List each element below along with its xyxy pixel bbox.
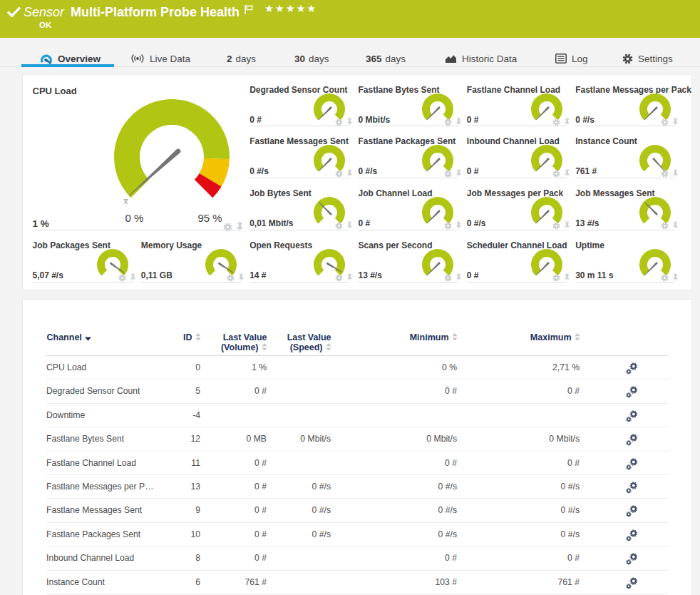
gauge-cell-job-messages-per-pack: Job Messages per Pack 0 #/s: [467, 178, 575, 230]
channel-row-downtime[interactable]: Downtime-4: [46, 404, 668, 427]
channel-row-fastlane-messages-sent[interactable]: Fastlane Messages Sent90 #0 #/s0 #/s0 #/…: [46, 499, 668, 522]
cell-max: 0 #/s: [46, 499, 580, 522]
gauge-value: 761 #: [575, 166, 597, 176]
status-check-icon: [6, 6, 21, 20]
flag-icon[interactable]: [244, 4, 254, 18]
gauge-pin-icon[interactable]: [564, 272, 570, 285]
channel-row-fastlane-bytes-sent[interactable]: Fastlane Bytes Sent120 MB0 Mbit/s0 Mbit/…: [46, 427, 668, 451]
channel-row-fastlane-packages-sent[interactable]: Fastlane Packages Sent100 #0 #/s0 #/s0 #…: [46, 523, 668, 546]
gauge-pin-icon[interactable]: [455, 272, 462, 285]
gauge-cell-fastlane-messages-sent: Fastlane Messages Sent 0 #/s: [249, 126, 358, 178]
gauge-value: 13 #/s: [358, 270, 381, 280]
column-label: Maximum: [530, 332, 572, 342]
cell-max: 0 #: [46, 546, 580, 570]
gauge-cell-fastlane-packages-sent: Fastlane Packages Sent 0 #/s: [358, 126, 466, 178]
tab-label: Live Data: [150, 54, 190, 64]
gauge-value: 0 #: [467, 270, 479, 280]
page-title: Multi-Platform Probe Health: [71, 4, 240, 20]
gauge-cell-scheduler-channel-load: Scheduler Channel Load 0 #: [467, 230, 575, 283]
channel-settings-gears-icon[interactable]: [626, 553, 638, 565]
channel-settings-gears-icon[interactable]: [626, 410, 638, 422]
tab-historic-data[interactable]: Historic Data: [445, 51, 517, 66]
object-kind-label: Sensor: [24, 4, 64, 20]
priority-stars[interactable]: ★★★★★: [264, 3, 317, 15]
gauge-value: 0 #: [467, 166, 479, 176]
log-icon: [555, 54, 567, 63]
gauge-cell-fastlane-bytes-sent: Fastlane Bytes Sent 0 Mbit/s: [358, 75, 466, 126]
channel-settings-gears-icon[interactable]: [626, 362, 638, 375]
channel-settings-gears-icon[interactable]: [626, 434, 638, 446]
channel-settings-gears-icon[interactable]: [626, 482, 638, 494]
channel-row-fastlane-messages-per-p-[interactable]: Fastlane Messages per P…130 #0 #/s0 #/s0…: [46, 475, 668, 499]
tab-days[interactable]: 365days: [366, 51, 406, 66]
tab-log[interactable]: Log: [555, 51, 588, 66]
gauge-pin-icon[interactable]: [346, 272, 353, 285]
gauge-settings-gear-icon[interactable]: [335, 272, 343, 285]
channel-settings-gears-icon[interactable]: [626, 458, 638, 470]
gauge-cell-job-messages-sent: Job Messages Sent 13 #/s: [575, 178, 684, 230]
gauge-title: Uptime: [575, 240, 604, 250]
sort-toggle-icon: [326, 343, 331, 353]
sensor-status-bar: Sensor Multi-Platform Probe Health ★★★★★…: [0, 0, 700, 38]
channel-row-inbound-channel-load[interactable]: Inbound Channel Load80 #0 #0 #: [46, 546, 668, 570]
area-chart-icon: [445, 54, 457, 63]
tab-settings[interactable]: Settings: [622, 51, 673, 66]
gauge-pin-icon[interactable]: [130, 272, 136, 285]
gauge-settings-gear-icon[interactable]: [444, 272, 452, 285]
gear-icon: [622, 54, 633, 64]
tab-days[interactable]: 2days: [227, 51, 256, 66]
tab-label: Settings: [638, 54, 673, 64]
sort-toggle-icon: [575, 333, 580, 343]
gauge-settings-gear-icon[interactable]: [552, 272, 560, 285]
gauge-value: 0 #: [467, 115, 479, 125]
tab-overview[interactable]: Overview: [40, 51, 101, 66]
gauge-value: 14 #: [249, 270, 266, 280]
gauge-cell-instance-count: Instance Count 761 #: [575, 126, 684, 178]
channel-settings-gears-icon[interactable]: [626, 386, 638, 398]
gauge-title: Open Requests: [249, 240, 312, 250]
gauge-cell-job-packages-sent: Job Packages Sent 5,07 #/s: [33, 230, 141, 283]
gauge-settings-gear-icon[interactable]: [227, 272, 235, 285]
tab-days-count: 30: [294, 54, 305, 64]
tab-label: Historic Data: [462, 54, 517, 64]
gauge-icon: [40, 54, 53, 64]
gauge-cell-job-channel-load: Job Channel Load 0 #: [358, 178, 466, 230]
tab-label: days: [386, 54, 406, 64]
gauge-value: 0,11 GB: [141, 270, 173, 280]
channel-settings-gears-icon[interactable]: [626, 505, 638, 517]
channel-settings-gears-icon[interactable]: [626, 529, 638, 541]
gauge-value: 0 #: [358, 218, 370, 228]
tab-live-data[interactable]: Live Data: [130, 51, 190, 66]
tab-label: Overview: [58, 54, 101, 64]
tab-label: Log: [572, 54, 588, 64]
gauge-value: 0 #/s: [358, 166, 377, 176]
channel-row-fastlane-channel-load[interactable]: Fastlane Channel Load110 #0 #0 #: [46, 452, 668, 475]
channel-table-panel: ChannelIDLast Value(Volume)Last Value(Sp…: [22, 299, 692, 595]
gauge-value: 0 Mbit/s: [358, 115, 390, 125]
column-label-2: (Speed): [47, 342, 331, 352]
gauge-cell-fastlane-messages-per-pack: Fastlane Messages per Pack 0 #/s: [575, 75, 684, 126]
channel-row-cpu-load[interactable]: CPU Load01 %0 %2,71 %: [46, 356, 668, 380]
cell-max: 2,71 %: [46, 356, 580, 380]
gauge-value: 0 #: [249, 115, 262, 125]
gauge-cell-open-requests: Open Requests 14 #: [249, 230, 358, 283]
cell-max: 0 #/s: [46, 523, 580, 546]
channel-row-degraded-sensor-count[interactable]: Degraded Sensor Count50 #0 #0 #: [46, 380, 668, 403]
channel-row-instance-count[interactable]: Instance Count6761 #103 #761 #: [46, 571, 668, 594]
tab-days-count: 365: [366, 54, 382, 64]
channel-settings-gears-icon[interactable]: [626, 577, 638, 589]
broadcast-icon: [130, 54, 145, 63]
column-header-maximum[interactable]: Maximum: [47, 332, 580, 342]
gauge-settings-gear-icon[interactable]: [118, 272, 126, 285]
gauge-pin-icon[interactable]: [238, 272, 245, 285]
tab-days-count: 2: [227, 54, 232, 64]
gauge-value: 13 #/s: [575, 218, 599, 228]
gauge-value: 1 %: [33, 218, 49, 229]
gauge-cell-job-bytes-sent: Job Bytes Sent 0,01 Mbit/s: [249, 178, 358, 230]
gauge-cell-fastlane-channel-load: Fastlane Channel Load 0 #: [467, 75, 575, 126]
gauge-settings-gear-icon[interactable]: [661, 272, 669, 285]
tab-days[interactable]: 30days: [294, 51, 329, 66]
gauge-cell-scans-per-second: Scans per Second 13 #/s: [358, 230, 466, 283]
gauge-pin-icon[interactable]: [672, 272, 679, 285]
cell-max: 0 #: [46, 380, 580, 403]
